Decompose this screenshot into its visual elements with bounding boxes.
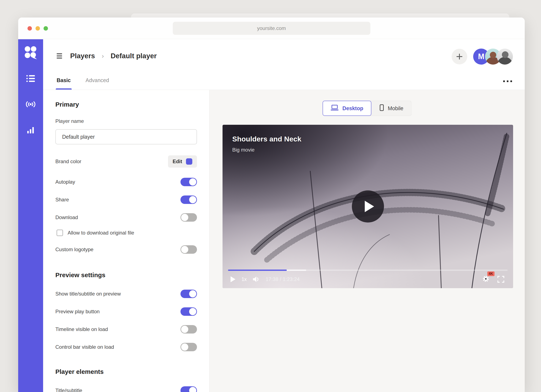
device-toggle: Desktop Mobile	[323, 101, 411, 116]
tab-basic[interactable]: Basic	[57, 77, 71, 90]
timeline-visible-label: Timeline visible on load	[55, 326, 108, 332]
control-bar-label: Control bar visible on load	[55, 344, 114, 350]
brand-color-label: Brand color	[55, 158, 81, 164]
title-subtitle-label: Title/subtitle	[55, 387, 82, 392]
main-area: Players › Default player M	[43, 39, 525, 392]
settings-gear-button[interactable]: 4K	[482, 275, 490, 284]
timeline-visible-toggle[interactable]	[181, 325, 197, 334]
collapse-menu-icon[interactable]	[57, 53, 64, 59]
player-name-input[interactable]	[55, 129, 197, 144]
custom-logotype-toggle[interactable]	[181, 245, 197, 254]
edit-button-label: Edit	[173, 158, 182, 164]
show-title-toggle[interactable]	[181, 290, 197, 298]
avatar-teammate-2[interactable]	[497, 49, 513, 65]
traffic-lights	[27, 26, 48, 31]
device-tab-desktop[interactable]: Desktop	[323, 101, 371, 116]
quality-badge: 4K	[487, 271, 494, 276]
video-timeline[interactable]	[228, 270, 508, 271]
title-subtitle-toggle[interactable]	[181, 386, 197, 392]
breadcrumb: Players › Default player	[57, 52, 157, 60]
desktop-label: Desktop	[342, 105, 363, 112]
settings-form: Primary Player name Brand color Edit Aut…	[43, 90, 209, 392]
playback-speed-button[interactable]: 1x	[242, 276, 247, 282]
sidebar	[18, 39, 43, 392]
breadcrumb-separator-icon: ›	[101, 52, 104, 60]
preview-play-toggle[interactable]	[181, 307, 197, 316]
download-toggle[interactable]	[181, 213, 197, 222]
brand-color-swatch	[186, 158, 192, 165]
broadcast-icon	[25, 99, 36, 110]
download-label: Download	[55, 214, 78, 220]
app-logo[interactable]	[24, 46, 37, 60]
brand-color-row: Brand color Edit	[55, 155, 197, 168]
autoplay-toggle[interactable]	[181, 178, 197, 186]
video-control-bar: 1x 17:38 / 1:23:24	[230, 275, 505, 284]
minimize-window-button[interactable]	[36, 26, 40, 31]
smartphone-icon	[379, 104, 384, 112]
sidebar-item-analytics[interactable]	[26, 124, 35, 137]
close-window-button[interactable]	[27, 26, 32, 31]
play-icon	[365, 201, 374, 212]
url-text: yoursite.com	[257, 25, 286, 31]
device-tab-mobile[interactable]: Mobile	[370, 101, 412, 116]
laptop-icon	[331, 104, 338, 112]
show-title-label: Show title/subtitle on preview	[55, 291, 121, 297]
avatar-group: M	[473, 49, 513, 65]
mobile-label: Mobile	[388, 105, 403, 112]
sidebar-item-playlists[interactable]	[26, 72, 36, 86]
player-name-label: Player name	[55, 118, 197, 124]
breadcrumb-players[interactable]: Players	[70, 52, 95, 60]
download-original-row: Allow to download original file	[55, 230, 197, 236]
content: Primary Player name Brand color Edit Aut…	[43, 90, 525, 392]
preview-panel: Desktop Mobile	[209, 90, 525, 392]
app-shell: Players › Default player M	[18, 39, 525, 392]
volume-icon[interactable]	[253, 276, 260, 283]
browser-window: yoursite.com	[18, 18, 525, 392]
more-options-icon[interactable]	[503, 81, 512, 82]
video-subtitle: Big movie	[232, 147, 301, 153]
big-play-button[interactable]	[352, 190, 384, 223]
section-title-preview-settings: Preview settings	[55, 271, 197, 279]
toggle-row-share: Share	[55, 195, 197, 204]
tab-advanced[interactable]: Advanced	[86, 77, 109, 90]
autoplay-label: Autoplay	[55, 179, 75, 185]
preview-play-label: Preview play button	[55, 309, 99, 315]
toggle-row-download: Download	[55, 213, 197, 222]
browser-chrome: yoursite.com	[18, 18, 525, 39]
avatar-initial: M	[478, 52, 484, 61]
control-bar-toggle[interactable]	[181, 343, 197, 351]
toggle-row-show-title: Show title/subtitle on preview	[55, 290, 197, 298]
page-header: Players › Default player M	[43, 39, 525, 90]
section-title-player-elements: Player elements	[55, 368, 197, 375]
timeline-played	[228, 270, 287, 271]
analytics-icon	[26, 126, 35, 135]
toggle-row-preview-play: Preview play button	[55, 307, 197, 316]
play-button[interactable]	[230, 276, 236, 282]
toggle-row-title-subtitle: Title/subtitle	[55, 386, 197, 392]
fullscreen-icon	[497, 275, 505, 283]
toggle-row-timeline-visible: Timeline visible on load	[55, 325, 197, 334]
account-area: M	[452, 49, 513, 65]
fullscreen-button[interactable]	[497, 275, 505, 283]
time-display: 17:38 / 1:23:24	[266, 276, 300, 282]
screen: yoursite.com	[0, 0, 541, 392]
add-button[interactable]	[452, 49, 467, 64]
breadcrumb-current-page: Default player	[110, 52, 156, 60]
toggle-row-autoplay: Autoplay	[55, 178, 197, 186]
zoom-window-button[interactable]	[44, 26, 48, 31]
sidebar-item-live[interactable]	[25, 98, 36, 112]
download-original-checkbox[interactable]	[57, 230, 63, 236]
share-toggle[interactable]	[181, 195, 197, 204]
tab-bar: Basic Advanced	[57, 77, 109, 90]
playlist-icon	[26, 74, 36, 84]
toggle-row-custom-logotype: Custom logotype	[55, 245, 197, 254]
video-player-preview: Shoulders and Neck Big movie	[223, 125, 513, 288]
url-bar[interactable]: yoursite.com	[173, 22, 370, 35]
share-label: Share	[55, 197, 69, 203]
controls-right: 4K	[482, 275, 505, 284]
download-original-label: Allow to download original file	[68, 230, 134, 236]
brand-color-edit-button[interactable]: Edit	[168, 155, 197, 168]
video-title-overlay: Shoulders and Neck Big movie	[232, 135, 301, 153]
logo-icon	[24, 46, 37, 60]
video-title: Shoulders and Neck	[232, 135, 301, 143]
